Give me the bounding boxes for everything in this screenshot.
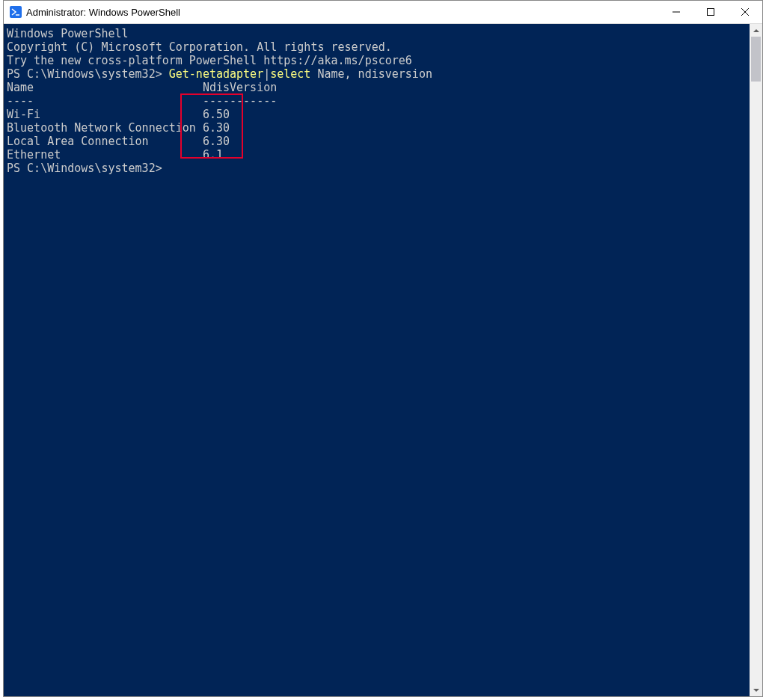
cmdlet-select: select [270, 67, 310, 81]
minimize-button[interactable] [659, 1, 693, 23]
table-row: Wi-Fi 6.50 [7, 108, 750, 121]
powershell-icon [10, 6, 22, 18]
cmd-args: Name, ndisversion [310, 67, 432, 81]
table-row: Ethernet 6.1 [7, 148, 750, 162]
titlebar[interactable]: Administrator: Windows PowerShell [4, 1, 762, 24]
banner-line: Windows PowerShell [7, 27, 750, 40]
client-area: Windows PowerShellCopyright (C) Microsof… [4, 24, 762, 696]
cmdlet-getnetadapter: Get-netadapter [169, 67, 263, 81]
prompt-text: PS C:\Windows\system32> [7, 67, 169, 81]
table-rule: ---- ----------- [7, 94, 750, 108]
scroll-down-button[interactable] [750, 684, 762, 696]
window-title: Administrator: Windows PowerShell [26, 7, 180, 18]
try-powershell-line: Try the new cross-platform PowerShell ht… [7, 54, 750, 67]
close-button[interactable] [728, 1, 762, 23]
scroll-track[interactable] [750, 37, 762, 684]
copyright-line: Copyright (C) Microsoft Corporation. All… [7, 40, 750, 54]
command-line: PS C:\Windows\system32> Get-netadapter|s… [7, 67, 750, 81]
table-row: Bluetooth Network Connection 6.30 [7, 121, 750, 135]
maximize-button[interactable] [693, 1, 728, 23]
terminal-pane[interactable]: Windows PowerShellCopyright (C) Microsof… [4, 24, 750, 696]
window-controls [659, 1, 762, 23]
scroll-thumb[interactable] [751, 37, 761, 82]
pipe-char: | [263, 67, 270, 81]
prompt-line: PS C:\Windows\system32> [7, 162, 750, 175]
table-row: Local Area Connection 6.30 [7, 135, 750, 148]
table-header: Name NdisVersion [7, 81, 750, 94]
powershell-window: Administrator: Windows PowerShell Window… [3, 0, 763, 697]
svg-rect-3 [708, 9, 714, 16]
scroll-up-button[interactable] [750, 24, 762, 37]
vertical-scrollbar[interactable] [750, 24, 762, 696]
